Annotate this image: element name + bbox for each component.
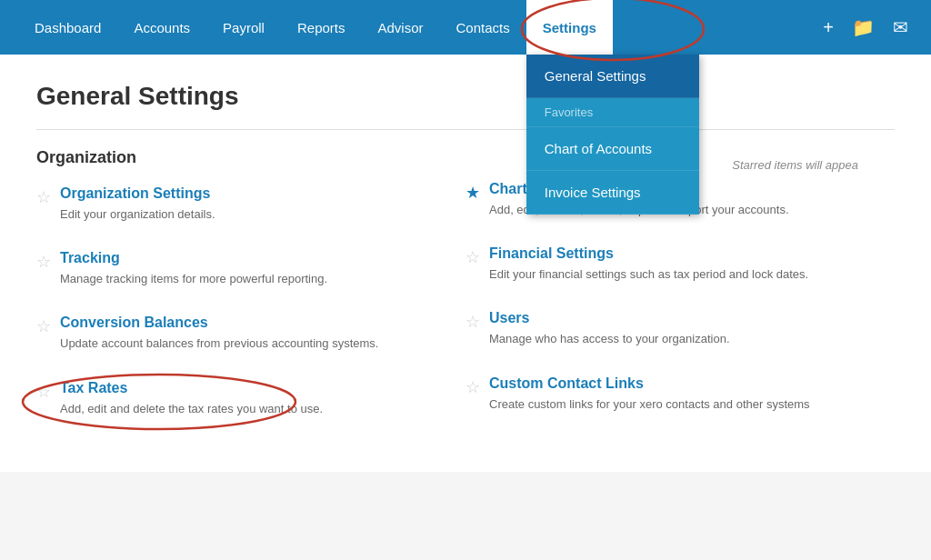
nav-settings[interactable]: Settings [526, 0, 613, 55]
top-nav: Dashboard Accounts Payroll Reports Advis… [0, 0, 931, 55]
list-item: ☆ Financial Settings Edit your financial… [466, 245, 858, 283]
star-financial[interactable]: ☆ [466, 247, 480, 267]
page-title: General Settings [36, 82, 895, 111]
nav-accounts[interactable]: Accounts [117, 0, 206, 55]
nav-settings-wrapper: Settings General Settings Favorites Char… [526, 0, 613, 55]
left-col: ☆ Organization Settings Edit your organi… [36, 185, 466, 445]
list-item: ☆ Tax Rates Add, edit and delete the tax… [36, 380, 429, 417]
list-item: ☆ Tracking Manage tracking items for mor… [36, 250, 429, 287]
org-settings-link[interactable]: Organization Settings [60, 185, 215, 202]
list-item: ☆ Users Manage who has access to your or… [466, 310, 858, 347]
dropdown-general-settings[interactable]: General Settings [526, 55, 699, 98]
users-link[interactable]: Users [489, 310, 730, 326]
settings-grid: ☆ Organization Settings Edit your organi… [36, 185, 895, 445]
tracking-desc: Manage tracking items for more powerful … [60, 272, 327, 285]
right-col: Starred items will appea ★ Chart of Acco… [466, 185, 895, 445]
dropdown-favorites-label: Favorites [526, 98, 699, 127]
starred-note: Starred items will appea [732, 158, 858, 172]
dropdown-invoice-settings[interactable]: Invoice Settings [526, 171, 699, 215]
folder-icon[interactable]: 📁 [847, 12, 879, 43]
star-tax-rates[interactable]: ☆ [36, 382, 51, 402]
tax-rates-desc: Add, edit and delete the tax rates you w… [60, 402, 323, 415]
nav-payroll[interactable]: Payroll [206, 0, 281, 55]
main-content: General Settings Organization ☆ Organiza… [0, 55, 931, 472]
mail-icon[interactable]: ✉ [888, 12, 913, 43]
nav-contacts[interactable]: Contacts [440, 0, 526, 55]
custom-links-link[interactable]: Custom Contact Links [489, 375, 810, 392]
list-item: ☆ Conversion Balances Update account bal… [36, 315, 429, 352]
nav-right-icons: + 📁 ✉ [818, 12, 913, 43]
star-conversion[interactable]: ☆ [36, 316, 51, 336]
tracking-link[interactable]: Tracking [60, 250, 327, 266]
star-tracking[interactable]: ☆ [36, 252, 51, 272]
divider [36, 129, 895, 130]
tax-rates-link[interactable]: Tax Rates [60, 380, 323, 396]
financial-desc: Edit your financial settings such as tax… [489, 267, 808, 281]
financial-link[interactable]: Financial Settings [489, 245, 808, 262]
org-settings-desc: Edit your organization details. [60, 207, 215, 221]
star-custom-links[interactable]: ☆ [466, 377, 480, 397]
users-desc: Manage who has access to your organizati… [489, 332, 730, 345]
conversion-desc: Update account balances from previous ac… [60, 336, 378, 350]
star-users[interactable]: ☆ [466, 312, 480, 332]
nav-reports[interactable]: Reports [281, 0, 362, 55]
settings-dropdown: General Settings Favorites Chart of Acco… [526, 55, 699, 215]
star-org-settings[interactable]: ☆ [36, 187, 51, 207]
list-item: ☆ Custom Contact Links Create custom lin… [466, 375, 858, 413]
add-icon[interactable]: + [818, 13, 838, 43]
star-chart-accounts[interactable]: ★ [466, 183, 480, 203]
nav-dashboard[interactable]: Dashboard [18, 0, 117, 55]
list-item: ☆ Organization Settings Edit your organi… [36, 185, 429, 223]
nav-advisor[interactable]: Advisor [361, 0, 439, 55]
custom-links-desc: Create custom links for your xero contac… [489, 397, 810, 411]
conversion-link[interactable]: Conversion Balances [60, 315, 378, 331]
dropdown-chart-of-accounts[interactable]: Chart of Accounts [526, 127, 699, 171]
